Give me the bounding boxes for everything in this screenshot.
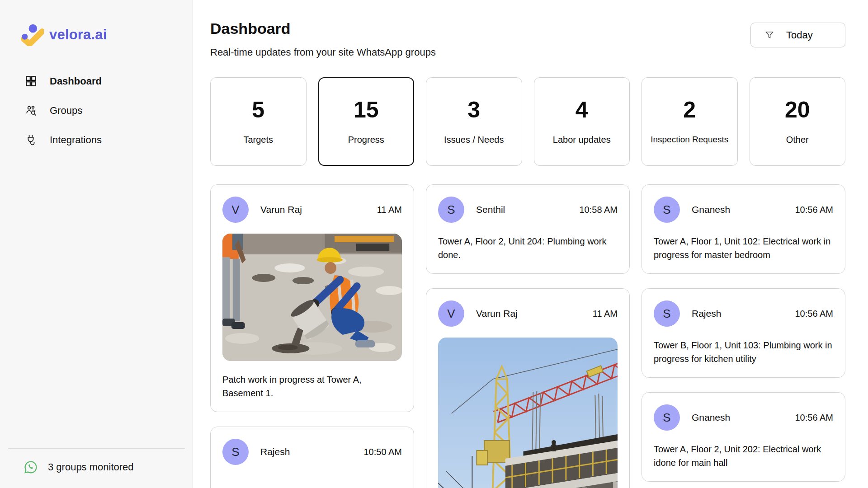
avatar: V xyxy=(222,197,249,223)
message-header: VVarun Raj11 AM xyxy=(222,197,402,223)
message-text: Tower A, Floor 2, Unit 202: Electrical w… xyxy=(654,442,833,469)
message-author: Gnanesh xyxy=(692,412,730,423)
today-filter-label: Today xyxy=(786,29,813,41)
whatsapp-icon xyxy=(24,460,38,474)
avatar: S xyxy=(438,197,464,223)
message-card: SRajesh10:56 AMTower B, Floor 1, Unit 10… xyxy=(642,288,845,378)
avatar: V xyxy=(438,300,464,327)
avatar-initial: S xyxy=(231,445,239,459)
brand-name: velora.ai xyxy=(49,27,107,43)
message-feed: VVarun Raj11 AM xyxy=(210,184,845,488)
message-card: SGnanesh10:56 AMTower A, Floor 2, Unit 2… xyxy=(642,392,845,482)
brand[interactable]: velora.ai xyxy=(0,0,192,46)
stat-card-other[interactable]: 20Other xyxy=(750,77,846,166)
concrete-pour-image[interactable] xyxy=(222,234,402,361)
stat-label: Other xyxy=(786,135,809,145)
stat-card-issues-needs[interactable]: 3Issues / Needs xyxy=(426,77,522,166)
stat-card-progress[interactable]: 15Progress xyxy=(318,77,415,166)
avatar-initial: S xyxy=(663,203,670,217)
stat-card-inspection-requests[interactable]: 2Inspection Requests xyxy=(642,77,738,166)
message-header: SRajesh10:50 AM xyxy=(222,439,402,465)
message-author: Senthil xyxy=(476,204,505,215)
message-text: Tower B, Floor 1, Unit 103: Plumbing wor… xyxy=(654,338,833,366)
stat-value: 3 xyxy=(467,99,480,121)
message-header: VVarun Raj11 AM xyxy=(438,300,618,327)
message-text: Tower A, Floor 1, Unit 102: Electrical w… xyxy=(654,235,833,262)
message-timestamp: 10:56 AM xyxy=(795,205,833,215)
app-window: velora.ai Dashboard Groups xyxy=(0,0,868,488)
stat-value: 5 xyxy=(252,99,264,121)
stat-value: 20 xyxy=(785,99,810,121)
stat-card-labor-updates[interactable]: 4Labor updates xyxy=(534,77,630,166)
avatar: S xyxy=(222,439,249,465)
message-timestamp: 10:58 AM xyxy=(579,205,618,215)
stat-label: Inspection Requests xyxy=(651,135,728,145)
page-subtitle: Real-time updates from your site WhatsAp… xyxy=(210,47,845,58)
message-column: SGnanesh10:56 AMTower A, Floor 1, Unit 1… xyxy=(642,184,845,482)
stat-value: 4 xyxy=(576,99,588,121)
message-card: SGnanesh10:56 AMTower A, Floor 1, Unit 1… xyxy=(642,184,845,274)
stat-label: Progress xyxy=(348,135,384,145)
avatar: S xyxy=(654,197,680,223)
message-timestamp: 11 AM xyxy=(593,309,618,319)
avatar-initial: V xyxy=(447,307,455,321)
stat-card-targets[interactable]: 5Targets xyxy=(210,77,307,166)
message-timestamp: 10:56 AM xyxy=(795,309,833,319)
plug-icon xyxy=(25,134,37,146)
message-column: SSenthil10:58 AMTower A, Floor 2, Unit 2… xyxy=(426,184,630,488)
avatar: S xyxy=(654,300,680,327)
main-content: Dashboard Real-time updates from your si… xyxy=(193,0,868,488)
sidebar-footer: 3 groups monitored xyxy=(0,448,192,488)
message-header: SSenthil10:58 AM xyxy=(438,197,618,223)
message-author: Rajesh xyxy=(260,446,290,457)
sidebar-item-label: Groups xyxy=(50,105,82,117)
message-header: SGnanesh10:56 AM xyxy=(654,404,833,431)
message-author: Gnanesh xyxy=(692,204,730,215)
funnel-icon xyxy=(764,30,774,40)
velora-logo-icon xyxy=(20,23,44,46)
message-column: VVarun Raj11 AM xyxy=(210,184,414,488)
message-timestamp: 10:50 AM xyxy=(363,447,402,457)
message-author: Rajesh xyxy=(692,308,721,319)
avatar-initial: S xyxy=(663,411,670,425)
avatar: S xyxy=(654,404,680,431)
divider xyxy=(8,448,185,449)
message-timestamp: 11 AM xyxy=(377,205,402,215)
message-card: VVarun Raj11 AM xyxy=(210,184,414,412)
message-text: Tower A, Floor 2, Unit 204: Plumbing wor… xyxy=(438,235,618,262)
sidebar-item-label: Dashboard xyxy=(50,75,102,87)
groups-monitored-status: 3 groups monitored xyxy=(0,448,192,474)
stat-value: 2 xyxy=(683,99,696,121)
message-card: SSenthil10:58 AMTower A, Floor 2, Unit 2… xyxy=(426,184,630,274)
avatar-initial: S xyxy=(447,203,455,217)
sidebar-item-dashboard[interactable]: Dashboard xyxy=(0,71,192,91)
groups-monitored-label: 3 groups monitored xyxy=(48,461,134,473)
avatar-initial: S xyxy=(663,307,670,321)
message-timestamp: 10:56 AM xyxy=(795,413,833,423)
page-header: Dashboard Real-time updates from your si… xyxy=(210,20,845,58)
sidebar-item-groups[interactable]: Groups xyxy=(0,101,192,120)
construction-crane-image[interactable] xyxy=(438,338,618,488)
sidebar: velora.ai Dashboard Groups xyxy=(0,0,193,488)
stats-row: 5Targets15Progress3Issues / Needs4Labor … xyxy=(210,77,845,166)
sidebar-nav: Dashboard Groups Inte xyxy=(0,71,192,150)
stat-label: Labor updates xyxy=(553,135,611,145)
message-header: SRajesh10:56 AM xyxy=(654,300,833,327)
stat-label: Targets xyxy=(243,135,273,145)
grid-icon xyxy=(25,75,37,87)
message-header: SGnanesh10:56 AM xyxy=(654,197,833,223)
sidebar-item-label: Integrations xyxy=(50,134,102,146)
avatar-initial: V xyxy=(231,203,239,217)
message-card: VVarun Raj11 AM xyxy=(426,288,630,488)
stat-label: Issues / Needs xyxy=(444,135,504,145)
message-author: Varun Raj xyxy=(476,308,518,319)
today-filter-button[interactable]: Today xyxy=(750,23,845,47)
stat-value: 15 xyxy=(354,99,379,121)
message-author: Varun Raj xyxy=(260,204,302,215)
group-search-icon xyxy=(25,104,37,117)
sidebar-item-integrations[interactable]: Integrations xyxy=(0,130,192,150)
message-card: SRajesh10:50 AM xyxy=(210,427,414,488)
message-text: Patch work in progress at Tower A, Basem… xyxy=(222,373,402,400)
